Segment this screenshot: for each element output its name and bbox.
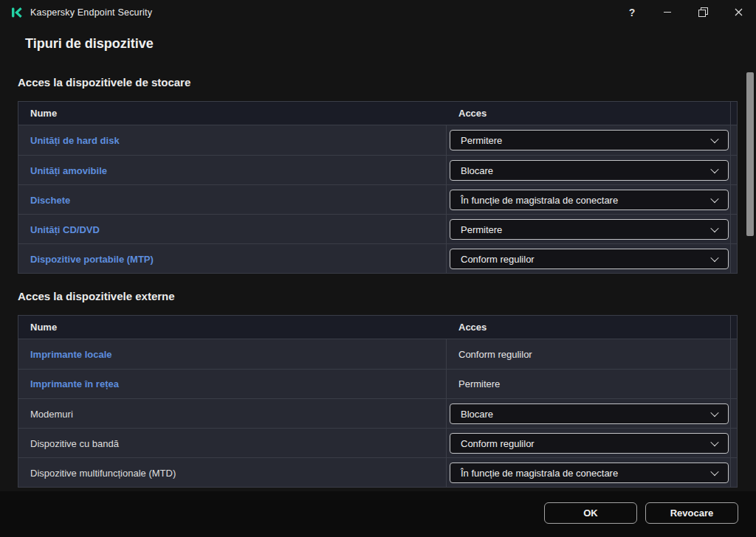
access-cell: În funcție de magistrala de conectare (447, 185, 730, 215)
device-name-text: Dispozitive multifuncționale (MTD) (30, 468, 176, 479)
access-select[interactable]: În funcție de magistrala de conectare (450, 462, 729, 483)
table-row: Unități CD/DVDPermitere (18, 214, 737, 243)
table-spacer-column (730, 125, 737, 155)
access-cell: Permitere (447, 370, 730, 398)
table-header: Nume Acces (18, 102, 737, 125)
access-select[interactable]: În funcție de magistrala de conectare (450, 190, 729, 210)
device-table: Nume Acces Imprimante localeConform regu… (18, 315, 738, 488)
device-name-cell: Unități CD/DVD (18, 215, 447, 244)
column-header-access: Acces (447, 316, 730, 339)
device-name-text: Modemuri (30, 409, 73, 420)
device-name-link[interactable]: Unități de hard disk (30, 135, 120, 146)
content-area: Tipuri de dispozitive Acces la dispoziti… (0, 24, 756, 491)
minimize-button[interactable] (650, 0, 685, 24)
column-header-access: Acces (447, 102, 730, 125)
table-row: Unități de hard diskPermitere (18, 125, 737, 155)
access-select-value: În funcție de magistrala de conectare (461, 195, 618, 206)
access-select[interactable]: Permitere (450, 219, 729, 240)
chevron-down-icon (710, 438, 718, 446)
access-select[interactable]: Blocare (450, 160, 729, 181)
access-value-text: Permitere (447, 378, 500, 389)
access-select[interactable]: Conform regulilor (450, 249, 729, 269)
access-select-value: Blocare (461, 165, 493, 176)
table-spacer-column (730, 399, 737, 429)
access-cell: În funcție de magistrala de conectare (447, 458, 730, 488)
device-name-text: Dispozitive cu bandă (30, 438, 119, 449)
table-spacer-column (730, 316, 737, 339)
access-cell: Conform regulilor (447, 244, 730, 274)
chevron-down-icon (710, 224, 718, 232)
close-button[interactable] (721, 0, 756, 24)
device-name-link[interactable]: Dischete (30, 195, 70, 206)
table-body: Unități de hard diskPermitereUnități amo… (18, 125, 737, 273)
access-cell: Blocare (447, 399, 730, 429)
table-row: Imprimante în rețeaPermitere (18, 369, 737, 398)
table-spacer-column (730, 156, 737, 185)
access-select[interactable]: Conform regulilor (450, 433, 729, 454)
chevron-down-icon (710, 135, 718, 143)
table-row: Imprimante localeConform regulilor (18, 339, 737, 369)
chevron-down-icon (710, 195, 718, 203)
restore-icon (698, 7, 708, 17)
footer: OK Revocare (0, 491, 756, 537)
minimize-icon (664, 12, 671, 13)
access-cell: Permitere (447, 125, 730, 155)
table-spacer-column (730, 458, 737, 488)
window-controls: ? (614, 0, 756, 24)
device-name-link[interactable]: Dispozitive portabile (MTP) (30, 254, 154, 265)
access-cell: Conform regulilor (447, 339, 730, 369)
device-name-cell: Imprimante locale (18, 339, 447, 369)
device-name-cell: Dischete (18, 185, 447, 215)
table-row: Dispozitive portabile (MTP)Conform regul… (18, 243, 737, 273)
device-name-cell: Dispozitive portabile (MTP) (18, 244, 447, 274)
kaspersky-logo-icon (10, 6, 24, 19)
device-name-link[interactable]: Imprimante în rețea (30, 378, 119, 389)
device-name-link[interactable]: Unități amovibile (30, 165, 107, 176)
close-icon (735, 8, 743, 16)
device-name-cell: Imprimante în rețea (18, 370, 447, 398)
help-button[interactable]: ? (614, 0, 650, 24)
access-select-value: Conform regulilor (461, 438, 535, 449)
access-select-value: În funcție de magistrala de conectare (461, 468, 618, 479)
column-header-name: Nume (18, 102, 447, 125)
table-spacer-column (730, 215, 737, 244)
table-spacer-column (730, 244, 737, 274)
chevron-down-icon (710, 165, 718, 173)
table-row: DischeteÎn funcție de magistrala de cone… (18, 184, 737, 214)
chevron-down-icon (710, 254, 718, 262)
access-select[interactable]: Blocare (450, 403, 729, 424)
access-value-text: Conform regulilor (447, 349, 532, 360)
device-name-cell: Modemuri (18, 399, 447, 429)
device-name-cell: Dispozitive multifuncționale (MTD) (18, 458, 447, 488)
device-name-cell: Dispozitive cu bandă (18, 429, 447, 458)
table-header: Nume Acces (18, 316, 737, 339)
section-storage-devices: Acces la dispozitivele de stocare Nume A… (0, 76, 756, 274)
cancel-button[interactable]: Revocare (645, 502, 738, 524)
table-row: Unități amovibileBlocare (18, 155, 737, 184)
access-select[interactable]: Permitere (450, 130, 729, 150)
access-cell: Conform regulilor (447, 429, 730, 458)
chevron-down-icon (710, 468, 718, 476)
restore-button[interactable] (685, 0, 721, 24)
table-spacer-column (730, 370, 737, 398)
vertical-scrollbar[interactable] (746, 72, 754, 236)
device-table: Nume Acces Unități de hard diskPermitere… (18, 101, 738, 274)
page-title: Tipuri de dispozitive (25, 36, 756, 52)
section-title: Acces la dispozitivele de stocare (18, 76, 756, 89)
table-row: ModemuriBlocare (18, 398, 737, 428)
access-cell: Blocare (447, 156, 730, 185)
table-spacer-column (730, 102, 737, 125)
help-icon: ? (629, 7, 636, 18)
access-select-value: Blocare (461, 409, 493, 420)
device-name-cell: Unități amovibile (18, 156, 447, 185)
device-name-cell: Unități de hard disk (18, 125, 447, 155)
device-name-link[interactable]: Imprimante locale (30, 349, 112, 360)
device-name-link[interactable]: Unități CD/DVD (30, 224, 100, 235)
ok-button[interactable]: OK (544, 502, 637, 524)
access-select-value: Permitere (461, 135, 502, 146)
section-external-devices: Acces la dispozitivele externe Nume Acce… (0, 290, 756, 488)
table-row: Dispozitive multifuncționale (MTD)În fun… (18, 457, 737, 487)
chevron-down-icon (710, 409, 718, 417)
table-spacer-column (730, 339, 737, 369)
app-title: Kaspersky Endpoint Security (30, 7, 152, 18)
